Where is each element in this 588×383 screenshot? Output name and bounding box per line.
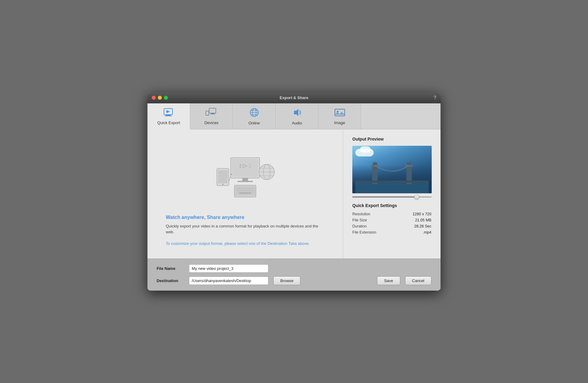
svg-rect-14	[335, 109, 345, 116]
tab-devices[interactable]: Devices	[190, 103, 233, 129]
destination-label: Destination	[157, 278, 184, 283]
settings-table: Resolution 1280 x 720 File Size 21.05 MB…	[352, 211, 431, 235]
tab-image-label: Image	[334, 120, 345, 125]
svg-rect-7	[207, 115, 208, 115]
tab-image[interactable]: Image	[318, 103, 361, 129]
destination-input[interactable]	[189, 277, 268, 285]
settings-row-duration: Duration 28.28 Sec	[352, 223, 431, 229]
svg-rect-17	[232, 159, 259, 177]
description-secondary: To customize your output format, please …	[166, 241, 325, 247]
quick-export-icon	[163, 108, 174, 119]
svg-line-24	[229, 174, 231, 182]
left-panel: Watch anywhere, Share anywhere Quickly e…	[147, 129, 343, 259]
svg-rect-43	[355, 181, 429, 183]
title-bar: Export & Share ?	[147, 92, 441, 103]
svg-point-15	[337, 111, 339, 113]
save-button[interactable]: Save	[377, 276, 400, 285]
slider-thumb[interactable]	[414, 195, 419, 199]
settings-row-filesize: File Size 21.05 MB	[352, 217, 431, 223]
output-preview-title: Output Preview	[352, 137, 431, 141]
svg-rect-18	[242, 178, 248, 181]
svg-rect-5	[210, 114, 215, 114]
settings-title: Quick Export Settings	[352, 203, 431, 208]
duration-label: Duration	[352, 224, 367, 228]
browse-button[interactable]: Browse	[273, 276, 300, 285]
preview-slider-container[interactable]	[352, 196, 431, 198]
svg-rect-42	[407, 162, 411, 165]
bridge-svg	[355, 160, 429, 193]
tab-quick-export[interactable]: Quick Export	[147, 103, 190, 129]
filename-label: File Name	[157, 266, 184, 271]
svg-rect-35	[239, 192, 251, 194]
output-preview-image	[352, 146, 432, 193]
filesize-label: File Size	[352, 218, 367, 222]
settings-row-extension: File Extension .mp4	[352, 229, 431, 235]
tab-online[interactable]: Online	[233, 103, 276, 129]
right-panel: Output Preview	[343, 129, 441, 259]
tab-devices-label: Devices	[204, 120, 218, 125]
close-button[interactable]	[152, 96, 156, 100]
settings-row-resolution: Resolution 1280 x 720	[352, 211, 431, 217]
svg-rect-4	[212, 113, 214, 114]
quick-export-illustration	[212, 145, 279, 199]
tab-online-label: Online	[249, 121, 260, 125]
extension-label: File Extension	[352, 230, 376, 234]
tab-quick-export-label: Quick Export	[157, 120, 180, 125]
extension-value: .mp4	[423, 230, 431, 234]
main-content: Watch anywhere, Share anywhere Quickly e…	[147, 129, 441, 259]
filename-input[interactable]	[189, 264, 268, 273]
help-button[interactable]: ?	[434, 95, 436, 101]
cancel-button[interactable]: Cancel	[405, 276, 431, 285]
resolution-label: Resolution	[352, 212, 370, 216]
bottom-bar: File Name Destination Browse Save Cancel	[147, 259, 441, 291]
svg-rect-22	[218, 170, 227, 183]
title-bar-right: ?	[434, 95, 436, 101]
svg-rect-19	[238, 181, 253, 182]
tab-audio-label: Audio	[292, 121, 302, 125]
tabs-row: Quick Export Devices	[147, 103, 441, 129]
devices-icon	[205, 108, 218, 119]
export-share-dialog: Export & Share ? Quick Export	[147, 92, 441, 291]
description-body: Quickly export your video in a common fo…	[166, 223, 325, 235]
svg-point-23	[222, 184, 224, 185]
minimize-button[interactable]	[158, 96, 162, 100]
duration-value: 28.28 Sec	[414, 224, 431, 228]
svg-marker-13	[294, 109, 298, 116]
audio-icon	[292, 108, 302, 119]
filename-row: File Name	[157, 264, 431, 273]
svg-rect-6	[206, 111, 209, 115]
description-area: Watch anywhere, Share anywhere Quickly e…	[160, 212, 331, 250]
tab-audio[interactable]: Audio	[276, 103, 318, 129]
window-controls	[152, 96, 168, 100]
filesize-value: 21.05 MB	[415, 218, 431, 222]
destination-row: Destination Browse Save Cancel	[157, 276, 431, 285]
description-headline: Watch anywhere, Share anywhere	[166, 215, 325, 220]
svg-rect-3	[209, 108, 216, 113]
svg-rect-36	[355, 183, 429, 193]
maximize-button[interactable]	[164, 96, 168, 100]
illustration-area	[160, 138, 331, 206]
preview-clouds	[355, 149, 374, 156]
resolution-value: 1280 x 720	[412, 212, 431, 216]
slider-fill	[352, 196, 416, 198]
online-icon	[249, 108, 259, 119]
dialog-title: Export & Share	[280, 95, 308, 100]
svg-rect-2	[165, 116, 172, 116]
svg-rect-1	[166, 115, 171, 116]
slider-track	[352, 196, 432, 198]
image-icon	[334, 108, 345, 119]
svg-rect-39	[373, 162, 377, 165]
